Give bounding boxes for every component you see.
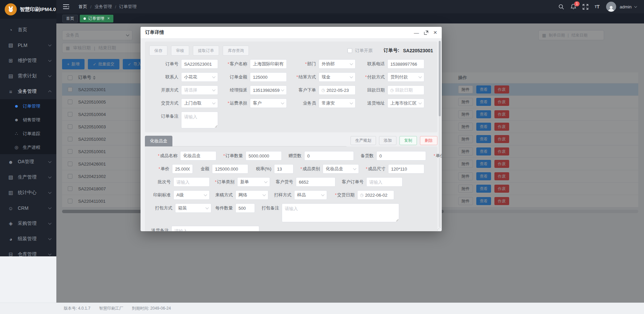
batch-no-input[interactable]: [173, 177, 210, 187]
draft-method-select[interactable]: 网络: [235, 190, 268, 200]
proof-method-select[interactable]: 样品: [294, 190, 327, 200]
product-name-input[interactable]: [180, 151, 216, 161]
sidebar-item-assembly[interactable]: ◕ 组装管理: [0, 231, 56, 247]
chevron-down-icon: [206, 206, 209, 209]
modal-scrollbar[interactable]: [439, 41, 441, 227]
breadcrumb-business[interactable]: 业务管理: [95, 4, 112, 10]
product-category-select[interactable]: 化妆品盒: [323, 164, 359, 174]
extract-order-button[interactable]: 提取订单: [193, 46, 219, 56]
collapse-menu-icon[interactable]: [63, 4, 69, 9]
packing-method-select[interactable]: 箱装: [175, 203, 211, 213]
salesman-select-modal[interactable]: 常康安: [319, 99, 356, 108]
settlement-method-select[interactable]: 现金: [319, 72, 356, 82]
delivery-method-select[interactable]: 上门自取: [181, 99, 218, 108]
order-qty-input[interactable]: [246, 151, 282, 161]
close-icon[interactable]: ×: [433, 29, 437, 36]
tax-rate-input[interactable]: [274, 164, 293, 174]
contact-person-select[interactable]: 小花花: [181, 72, 218, 82]
resize-handle-icon[interactable]: ⋰: [437, 227, 441, 231]
sidebar-item-business[interactable]: ≡ 业务管理: [0, 84, 56, 99]
font-size-icon[interactable]: TT: [595, 4, 600, 9]
sidebar-item-production-progress[interactable]: ◎ 生产进程: [0, 140, 56, 154]
sidebar-item-demand-plan[interactable]: ▤ 需求计划: [0, 68, 56, 84]
contact-phone-input[interactable]: [387, 59, 424, 69]
settlement-method-field: *结算方式 现金: [287, 72, 356, 82]
copy-product-button[interactable]: 复制: [399, 136, 417, 145]
dialog-header[interactable]: 订单详情 — ×: [141, 27, 442, 38]
invoice-checkbox[interactable]: [347, 48, 352, 53]
packing-remark-textarea[interactable]: [282, 203, 399, 222]
order-remark-textarea[interactable]: [181, 112, 218, 128]
delivery-date-picker[interactable]: ◷2022-06-02: [357, 190, 394, 200]
sidebar-item-crm[interactable]: ☺ CRM: [0, 200, 56, 216]
customer-order-no-input[interactable]: [366, 177, 402, 187]
save-button[interactable]: 保存: [149, 46, 167, 56]
minimize-icon[interactable]: —: [414, 30, 419, 36]
chevron-down-icon: [48, 206, 52, 209]
avatar[interactable]: [606, 2, 616, 12]
sidebar-item-maintenance[interactable]: ⊞ 维护管理: [0, 53, 56, 68]
sidebar-item-oa[interactable]: ☻ OA管理: [0, 154, 56, 170]
active-dot-icon: [84, 17, 86, 20]
user-name[interactable]: admin: [620, 4, 632, 9]
maximize-icon[interactable]: [424, 30, 428, 35]
repayment-date-picker[interactable]: ◷回款日期: [387, 85, 424, 95]
sidebar-item-order-management[interactable]: ☻ 订单管理: [0, 99, 56, 113]
fullscreen-icon[interactable]: [583, 4, 588, 10]
customer-item-no-input[interactable]: [296, 177, 335, 187]
app-logo: 智慧印刷IPM4.0: [0, 0, 56, 19]
sidebar-item-warehouse[interactable]: ⊟ 仓库管理: [0, 247, 56, 262]
sidebar-item-production[interactable]: ▧ 生产管理: [0, 170, 56, 185]
modal-scrollbar-thumb[interactable]: [439, 41, 441, 116]
target-icon: ◎: [13, 145, 19, 150]
add-product-button[interactable]: 添加: [379, 136, 396, 145]
sidebar-item-purchasing[interactable]: ◈ 采购管理: [0, 216, 56, 231]
search-icon[interactable]: [558, 4, 564, 10]
department-select[interactable]: 外协部: [319, 59, 356, 69]
product-size-input[interactable]: [388, 164, 424, 174]
production-plan-button[interactable]: 生产规划: [351, 136, 376, 145]
shipping-address-select[interactable]: 上海市徐汇区: [387, 99, 424, 108]
sidebar-item-order-tracking[interactable]: ∴ 订单追踪: [0, 127, 56, 140]
order-no-input[interactable]: [181, 59, 218, 69]
chevron-down-icon: [48, 43, 52, 47]
tab-order-management[interactable]: 订单管理 ×: [80, 15, 113, 22]
qty-per-piece-input[interactable]: [235, 203, 255, 213]
gift-qty-input[interactable]: [304, 151, 354, 161]
unit-price-input[interactable]: [172, 164, 193, 174]
stock-query-button[interactable]: 库存查询: [223, 46, 249, 56]
manager-assign-select[interactable]: 13513982659: [250, 85, 287, 95]
breadcrumb: 首页 / 业务管理 / 订单管理: [78, 4, 137, 10]
breadcrumb-order[interactable]: 订单管理: [119, 4, 137, 10]
delivery-remark-textarea[interactable]: [171, 226, 259, 231]
print-standard-field: 印刷标准 A级: [149, 190, 210, 200]
product-tab[interactable]: 化妆品盒: [145, 136, 172, 146]
tab-home[interactable]: 首页: [62, 15, 78, 22]
chevron-down-icon: [321, 193, 325, 196]
sidebar-item-plm[interactable]: ▧ PLM: [0, 38, 56, 53]
customer-name-input[interactable]: [250, 59, 287, 69]
payment-method-select[interactable]: 货到付款: [387, 72, 424, 82]
sidebar-item-sales-management[interactable]: ☻ 销售管理: [0, 113, 56, 127]
salesman-field: 业务员 常康安: [287, 99, 356, 108]
print-standard-select[interactable]: A级: [173, 190, 210, 200]
chevron-down-icon: [419, 101, 422, 105]
invoice-method-select[interactable]: 请选择: [181, 85, 218, 95]
clock-icon: ◷: [321, 88, 325, 92]
audit-button[interactable]: 审核: [171, 46, 189, 56]
chevron-down-icon: [419, 75, 422, 78]
order-amount-input[interactable]: [250, 72, 287, 82]
breadcrumb-home[interactable]: 首页: [78, 4, 87, 10]
customer-order-date-picker[interactable]: ◷2022-05-23: [319, 85, 356, 95]
close-tab-icon[interactable]: ×: [107, 16, 110, 21]
sidebar-item-home[interactable]: ◔ 首页: [0, 22, 56, 38]
delete-product-button[interactable]: 删除: [420, 136, 437, 145]
notification-bell-icon[interactable]: 1: [571, 4, 576, 10]
freight-bearer-select[interactable]: 客户: [250, 99, 287, 108]
footer-company: 智慧印刷工厂: [99, 306, 123, 311]
sidebar-item-statistics[interactable]: ▥ 统计中心: [0, 185, 56, 200]
page-tabs: 首页 订单管理 ×: [56, 13, 644, 23]
stock-qty-input[interactable]: [376, 151, 426, 161]
order-category-select[interactable]: 新单: [237, 177, 270, 187]
amount-input[interactable]: [212, 164, 248, 174]
